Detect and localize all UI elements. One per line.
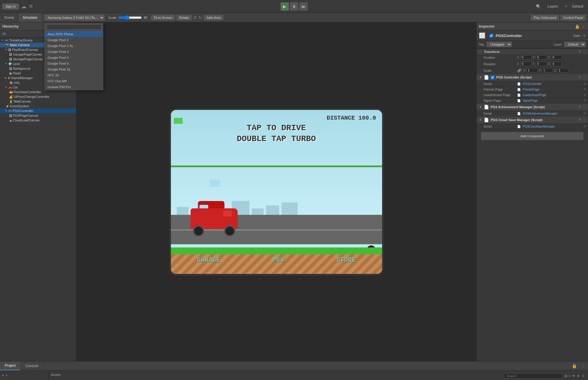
assets-filter-icon[interactable]: ▼ (572, 374, 575, 378)
device-item-pixel4[interactable]: Google Pixel 4 (45, 55, 103, 61)
hierarchy-purchasecontroller[interactable]: 💳 PurchaseController (0, 90, 76, 94)
static-dropdown-icon[interactable]: ▼ (583, 34, 586, 37)
cloud-help-icon[interactable]: ? (579, 118, 581, 122)
project-tab[interactable]: Project (0, 361, 21, 370)
game-screen[interactable]: TAP TO DRIVE DOUBLE TAP TURBO DISTANCE 1… (171, 110, 382, 274)
hierarchy-waitcanvas[interactable]: ⏳ WaitCanvas (0, 99, 76, 104)
rot-z-input[interactable]: 0 (551, 62, 562, 66)
pos-x-input[interactable]: 0 (520, 55, 532, 60)
assets-search-input[interactable] (504, 373, 563, 379)
assets-view-icon1[interactable]: ⊞ (564, 374, 567, 378)
signin-button[interactable]: Sign In (2, 4, 19, 9)
pgs-achievement-header[interactable]: ▼ 📄 PGS Achievement Manager (Script) ? ⋮ (477, 103, 588, 111)
arrow-icon: ▼ (5, 62, 7, 65)
scale-y-input[interactable]: 1 (542, 68, 553, 73)
device-search-input[interactable] (46, 24, 101, 30)
fit-to-screen-button[interactable]: Fit to Screen (151, 15, 175, 20)
device-item-pixel2xl[interactable]: Google Pixel 2 XL (45, 43, 103, 49)
rot-y-input[interactable]: 0 (536, 62, 547, 66)
device-item-pixel2[interactable]: Google Pixel 2 (45, 37, 103, 43)
scale-x-input[interactable]: 1 (527, 68, 538, 73)
inspector-title: Inspector (479, 24, 573, 29)
pause-button[interactable]: ⏸ (290, 2, 298, 11)
pgs-cloud-label: PGS Cloud Save Manager (Script) (491, 118, 542, 122)
transform-menu-icon[interactable]: ⋮ (582, 50, 586, 53)
add-asset-icon[interactable]: + (5, 373, 8, 378)
inspector-menu-icon[interactable]: ⋮ (582, 24, 586, 29)
signin-page-row: Signin Page 📄 SigninPage ↗ (477, 98, 588, 103)
store-button[interactable]: STORE (337, 257, 356, 264)
assets-view-icon2[interactable]: ≡ (569, 374, 571, 378)
achievement-script-val[interactable]: PGSAchievementManager (523, 112, 582, 115)
control-panel-button[interactable]: Control Panel (561, 15, 586, 20)
assets-fav-icon[interactable]: ★ (577, 374, 580, 378)
component-active-checkbox[interactable] (489, 34, 493, 38)
pos-z-input[interactable]: 0 (551, 55, 562, 60)
device-item-pixel3[interactable]: Google Pixel 3 (45, 49, 103, 55)
hierarchy-cloudloadcanvas[interactable]: ☁ CloudLoadCanvas (0, 118, 76, 123)
bottom-menu-icon[interactable]: ⋮ (579, 364, 588, 368)
achievement-help-icon[interactable]: ? (579, 105, 581, 109)
friends-page-val[interactable]: FriendsPage (523, 88, 582, 91)
pgs-menu-icon[interactable]: ⋮ (582, 76, 586, 79)
device-item-htcm9[interactable]: HTC One M9 (45, 78, 103, 84)
signin-page-val[interactable]: SigninPage (523, 99, 582, 102)
transform-help-icon[interactable]: ? (579, 50, 581, 53)
layers-label[interactable]: Layers (543, 3, 562, 10)
scale-z-input[interactable]: 1 (557, 68, 568, 73)
default-label[interactable]: Default (570, 4, 586, 9)
tag-select[interactable]: Untagged (487, 42, 512, 47)
simulator-area[interactable]: TAP TO DRIVE DOUBLE TAP TURBO DISTANCE 1… (76, 22, 476, 361)
transform-label: Transform (484, 50, 500, 53)
device-item-asus[interactable]: Asus ROG Phone (45, 31, 103, 37)
hierarchy-item-label: WaitCanvas (14, 100, 31, 103)
console-tab[interactable]: Console (21, 361, 43, 370)
search-icon[interactable]: 🔍 (536, 4, 541, 9)
cloud-script-val[interactable]: PGSCloudSaveManager (523, 125, 582, 128)
hierarchy-item-label: PurchaseController (14, 90, 41, 94)
tap-line2: DOUBLE TAP TURBO (237, 134, 316, 144)
pgs-active-checkbox[interactable] (491, 76, 494, 79)
position-row: Position X 0 Y 0 Z 0 (477, 54, 588, 61)
hierarchy-eventsystem[interactable]: ⚡ EventSystem (0, 104, 76, 108)
cloud-icon: ☁ (9, 119, 12, 122)
all-filter[interactable]: All (2, 32, 6, 36)
pgs-help-icon[interactable]: ? (579, 76, 581, 79)
garage-button[interactable]: GARAGE (197, 257, 220, 264)
safe-area-button[interactable]: Safe Area (204, 15, 223, 20)
add-component-button[interactable]: Add Component (481, 132, 583, 140)
bottom-lock-icon: 🔒 (569, 364, 579, 368)
pos-y-input[interactable]: 0 (536, 55, 547, 60)
scale-slider[interactable] (118, 15, 142, 20)
layer-select[interactable]: Default (564, 42, 586, 47)
rotate-button[interactable]: Rotate (177, 15, 191, 20)
hierarchy-pgspagecanvas[interactable]: 🖼 PGSPageCanvas (0, 113, 76, 118)
device-item-pixel5[interactable]: Google Pixel 5 (45, 61, 103, 66)
scale-row: Scale 🔗 X 1 Y 1 Z 1 (477, 67, 588, 74)
favorites-header[interactable]: ▼ ★ Favorites (0, 379, 48, 380)
wheel-back (193, 225, 204, 237)
step-button[interactable]: ⏭ (299, 2, 308, 11)
pgs-cloud-header[interactable]: ▼ 📄 PGS Cloud Save Manager (Script) ? ⋮ (477, 116, 588, 124)
pgs-button[interactable]: PGS (272, 257, 284, 264)
play-unfocused-button[interactable]: Play Unfocused (531, 15, 559, 20)
pgs-script-val[interactable]: PGSController (523, 82, 582, 86)
canvas-icon: 🖼 (9, 58, 12, 61)
hierarchy-uipricechange[interactable]: 💰 UIPriceChangeController (0, 94, 76, 99)
play-button[interactable]: ▶ (281, 2, 289, 11)
cloud-menu-icon[interactable]: ⋮ (582, 118, 586, 122)
rot-z-label: Z (548, 62, 550, 66)
pgs-controller-header[interactable]: ▼ 📄 PGS Controller (Script) ? ⋮ (477, 74, 588, 81)
leaderboard-val[interactable]: LeaderboardPage (523, 93, 582, 97)
device-item-huawei[interactable]: Huawei P40 Pro (45, 84, 103, 90)
transform-section[interactable]: ↔ Transform ? ⋮ (477, 48, 588, 54)
hierarchy-pgscontroller[interactable]: ▼ 🎮 PGSController (0, 108, 76, 113)
device-selector[interactable]: Samsung Galaxy Z Fold2 5G (Ta... (44, 15, 104, 21)
scene-tab[interactable]: Scene (0, 13, 19, 22)
simulator-tab[interactable]: Simulator (19, 13, 42, 22)
add-folder-icon[interactable]: + (2, 373, 4, 378)
rot-x-input[interactable]: 0 (520, 62, 532, 66)
device-item-pixelxl[interactable]: Google Pixel XL (45, 66, 103, 72)
device-item-htc10[interactable]: HTC 10 (45, 72, 103, 78)
achievement-menu-icon[interactable]: ⋮ (582, 105, 586, 109)
